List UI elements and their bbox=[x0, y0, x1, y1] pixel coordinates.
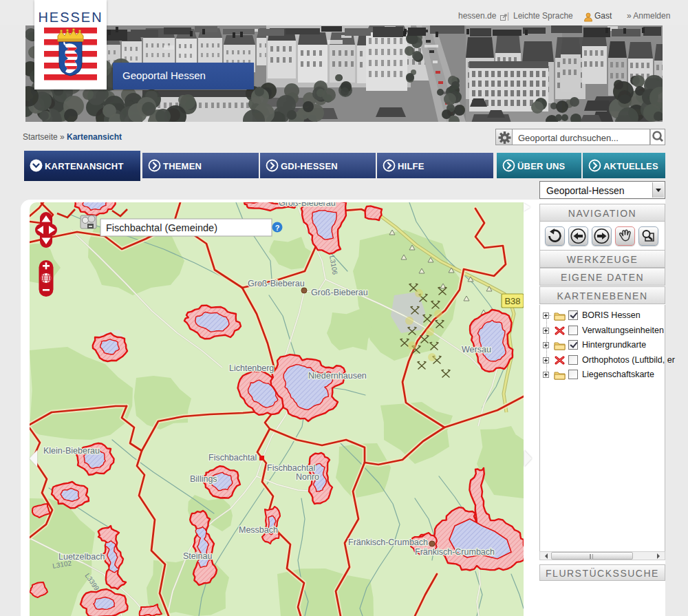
svg-text:Groß-Bieberau: Groß-Bieberau bbox=[279, 202, 336, 208]
svg-text:Fischbachtal (Gemeinde): Fischbachtal (Gemeinde) bbox=[106, 222, 217, 233]
svg-text:Lichtenberg: Lichtenberg bbox=[229, 363, 274, 373]
svg-text:Nonro: Nonro bbox=[296, 472, 319, 482]
svg-text:Groß-Bieberau: Groß-Bieberau bbox=[311, 288, 368, 297]
svg-text:Steinau: Steinau bbox=[183, 551, 212, 561]
svg-text:B38: B38 bbox=[504, 296, 520, 306]
svg-text:Fränkisch-Crumbach: Fränkisch-Crumbach bbox=[415, 547, 495, 557]
svg-text:Fischbachtal: Fischbachtal bbox=[208, 453, 257, 463]
svg-text:Groß-Bieberau: Groß-Bieberau bbox=[248, 279, 305, 288]
svg-text:?: ? bbox=[275, 224, 280, 232]
svg-text:Fischbachtal: Fischbachtal bbox=[267, 463, 315, 473]
svg-text:Fränkisch-Crumbach: Fränkisch-Crumbach bbox=[348, 538, 428, 547]
svg-text:Billings: Billings bbox=[190, 474, 217, 484]
svg-text:Messbach: Messbach bbox=[239, 525, 278, 535]
svg-text:Klein-Bieberau: Klein-Bieberau bbox=[43, 446, 100, 456]
svg-text:Niedernhausen: Niedernhausen bbox=[308, 371, 367, 381]
svg-text:Wersau: Wersau bbox=[462, 345, 491, 354]
